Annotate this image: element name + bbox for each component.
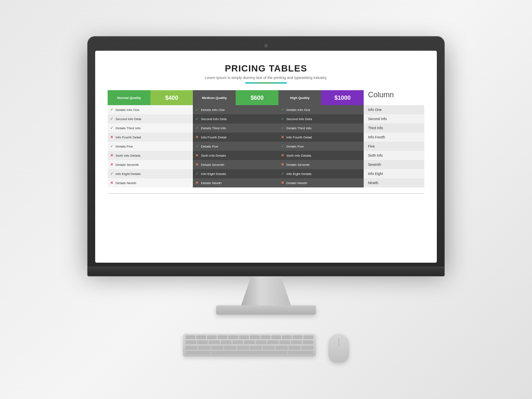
cross-icon: ✕ [195,163,199,167]
plan-price-2: $600 [236,90,278,105]
feature-label: Details Nineth [201,181,222,185]
feature-row: ✓Details Info One [193,105,278,114]
check-icon: ✓ [110,144,113,148]
feature-row: ✕Details Seventh [278,160,364,169]
feature-label: Sixth Info Details [116,154,140,158]
page-subtitle: Lorem Ipsum is simply dummy text of the … [108,76,424,80]
pricing-table: Normal Quality$400✓Details Info One✓Seco… [108,90,424,187]
check-icon: ✓ [281,126,284,130]
feature-label: Sixth Info Details [286,154,311,158]
feature-row-label: Info One [364,105,424,114]
feature-label: Details Nineth [286,181,307,185]
plan-name-2: Medium Quality [193,90,236,105]
feature-label: Details Five [201,145,218,148]
feature-label: Details Seventh [116,163,139,167]
plan-price-3: $1000 [321,90,364,105]
feature-row: ✕Sixth Info Details [278,151,364,160]
feature-row-label: Five [364,142,424,151]
cross-icon: ✕ [195,181,199,185]
col-header-4: Column [364,90,424,105]
feature-row: ✓Details Third Info [108,123,193,133]
cross-icon: ✕ [195,153,199,158]
feature-row-label: Seventh [364,160,424,169]
pricing-col-3: High Quality$1000✓Details Info One✓Secon… [278,90,364,187]
plan-name-3: High Quality [278,90,321,105]
cross-icon: ✕ [110,135,113,139]
keyboard-row [183,334,349,363]
feature-label: Sixth Info Details [201,154,226,158]
feature-row: ✓Details Info One [108,105,193,114]
cross-icon: ✕ [195,135,199,139]
feature-label: Details Third Info [116,126,140,130]
feature-label: Second Info Deta [201,117,227,121]
feature-row-label: Info Fourth [364,133,424,142]
feature-row: ✕Details Nineth [108,178,193,187]
check-icon: ✓ [110,172,113,176]
cross-icon: ✕ [281,153,284,158]
check-icon: ✓ [195,126,199,130]
cross-icon: ✕ [110,181,113,185]
feature-row: ✕Sixth Info Details [193,151,278,160]
feature-label: Details Info One [116,108,139,112]
stand-neck [241,276,291,305]
feature-label: Info Fourth Detail [201,135,226,139]
monitor-stand [224,276,308,326]
feature-row-label: Second Info [364,114,424,123]
pricing-col-1: Normal Quality$400✓Details Info One✓Seco… [108,90,193,187]
col-header-1: Normal Quality$400 [108,90,193,105]
monitor-camera [264,44,268,47]
feature-label: Details Seventh [201,163,224,167]
feature-row: ✓Info Eight Details [108,169,193,178]
feature-label: Details Third Info [286,126,311,130]
feature-label: Details Third Info [201,126,226,130]
feature-row: ✕Info Fourth Detail [108,133,193,142]
col-header-2: Medium Quality$600 [193,90,278,105]
feature-row: ✓Details Info One [278,105,364,114]
feature-row: ✕Details Seventh [108,160,193,169]
feature-label: Second Info Deta [286,117,312,121]
feature-label: Info Fourth Detail [286,135,312,139]
feature-label: Info Fourth Detail [116,135,141,139]
check-icon: ✓ [195,117,199,121]
feature-row: ✓Info Eight Details [278,169,364,178]
check-icon: ✓ [281,108,284,112]
pricing-col-2: Medium Quality$600✓Details Info One✓Seco… [193,90,278,187]
plan-price-1: $400 [150,90,193,105]
feature-row: ✓Details Five [193,142,278,151]
feature-label: Info Eight Details [201,172,226,176]
feature-label: Details Info One [286,108,310,112]
feature-row: ✓Info Eight Details [193,169,278,178]
feature-label: Details Info One [201,108,224,112]
plan-name-1: Normal Quality [108,90,150,105]
feature-row-label: Info Eight [364,169,424,178]
check-icon: ✓ [110,108,113,112]
feature-row: ✓Details Third Info [278,123,364,133]
pricing-col-4: ColumnInfo OneSecond InfoThird InfoInfo … [364,90,424,187]
feature-row: ✕Details Nineth [278,178,364,187]
cross-icon: ✕ [281,163,284,167]
screen-content: PRICING TABLES Lorem Ipsum is simply dum… [95,51,437,263]
feature-row: ✓Second Info Deta [278,114,364,123]
check-icon: ✓ [110,117,113,121]
title-divider [108,82,424,84]
check-icon: ✓ [110,126,113,130]
cross-icon: ✕ [281,181,284,185]
col4-title: Column [368,91,394,99]
monitor-chin [87,267,445,276]
check-icon: ✓ [195,108,199,112]
feature-label: Details Nineth [116,181,136,185]
divider-line [245,82,287,84]
scene: PRICING TABLES Lorem Ipsum is simply dum… [0,0,532,399]
feature-row: ✕Details Nineth [193,178,278,187]
check-icon: ✓ [195,144,199,148]
mouse [328,334,349,363]
check-icon: ✓ [281,144,284,148]
keyboard [183,334,316,357]
monitor-wrapper: PRICING TABLES Lorem Ipsum is simply dum… [87,36,445,363]
bottom-line [108,193,424,194]
monitor-screen: PRICING TABLES Lorem Ipsum is simply dum… [95,51,437,263]
stand-base [216,305,316,315]
feature-row-label: Third Info [364,123,424,133]
cross-icon: ✕ [110,163,113,167]
feature-label: Info Eight Details [116,172,140,176]
